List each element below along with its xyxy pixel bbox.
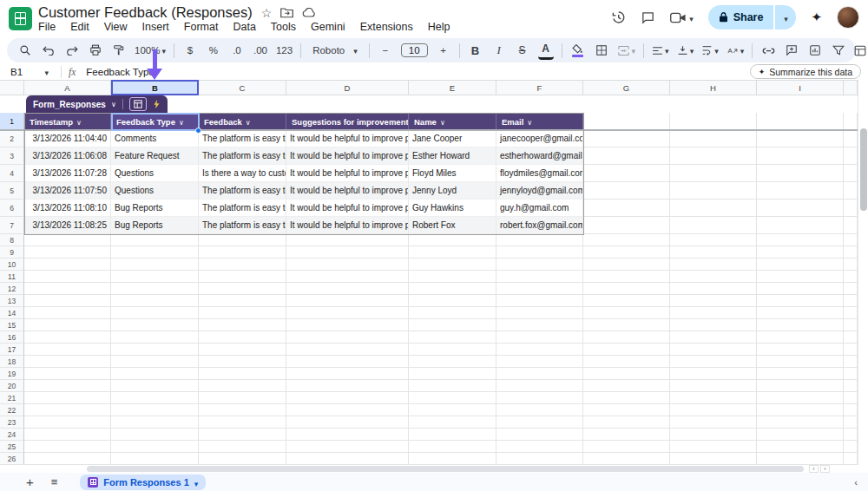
cell-A15[interactable]: [24, 319, 111, 331]
cell-G24[interactable]: [583, 429, 670, 441]
cell-F10[interactable]: [496, 259, 583, 271]
row-header-13[interactable]: 13: [0, 295, 24, 307]
cell-D22[interactable]: [286, 404, 409, 416]
cell-A13[interactable]: [24, 295, 111, 307]
cell-A6[interactable]: 3/13/2026 11:08:10: [24, 200, 111, 217]
cell-C7[interactable]: The platform is easy to u: [199, 217, 286, 234]
cell-G18[interactable]: [583, 356, 670, 368]
comment-history-icon[interactable]: [641, 10, 655, 25]
cell-x10[interactable]: [844, 259, 858, 271]
cell-A7[interactable]: 3/13/2026 11:08:25: [24, 217, 111, 234]
cell-D4[interactable]: It would be helpful to improve page: [286, 165, 409, 182]
cell-H8[interactable]: [670, 234, 757, 246]
cell-G4[interactable]: [583, 165, 670, 182]
cell-F16[interactable]: [496, 331, 583, 344]
cell-I13[interactable]: [757, 295, 844, 307]
cell-A4[interactable]: 3/13/2026 11:07:28: [24, 165, 111, 182]
cell-C5[interactable]: The platform is easy to u: [199, 182, 286, 200]
frozen-row-divider[interactable]: [0, 129, 858, 131]
cell-B20[interactable]: [111, 380, 199, 392]
cell-C4[interactable]: Is there a way to custom: [199, 165, 286, 182]
cell-I1[interactable]: [757, 113, 844, 130]
row-header-2[interactable]: 2: [0, 130, 24, 147]
select-all-corner[interactable]: [0, 80, 24, 95]
cell-A9[interactable]: [24, 246, 111, 259]
scroll-left-button[interactable]: [809, 465, 819, 473]
table-header-D1[interactable]: Suggestions for improvement: [286, 113, 409, 130]
text-rotation-button[interactable]: A: [727, 41, 745, 60]
cell-B10[interactable]: [111, 259, 199, 271]
row-header-26[interactable]: 26: [0, 453, 24, 465]
cell-x9[interactable]: [844, 246, 858, 259]
row-header-16[interactable]: 16: [0, 331, 24, 344]
cell-I17[interactable]: [757, 344, 844, 356]
row-header-3[interactable]: 3: [0, 147, 24, 165]
cell-F15[interactable]: [496, 319, 583, 331]
cell-x3[interactable]: [844, 147, 858, 165]
row-header-22[interactable]: 22: [0, 404, 24, 416]
cell-G12[interactable]: [583, 283, 670, 295]
cell-E11[interactable]: [409, 271, 496, 283]
cell-C13[interactable]: [199, 295, 286, 307]
column-header-E[interactable]: E: [409, 80, 496, 95]
cell-D12[interactable]: [286, 283, 409, 295]
cell-x12[interactable]: [844, 283, 858, 295]
cell-A2[interactable]: 3/13/2026 11:04:40: [24, 130, 111, 147]
cell-F25[interactable]: [496, 441, 583, 453]
fill-handle[interactable]: [195, 128, 201, 134]
cell-x16[interactable]: [844, 331, 858, 344]
column-header-G[interactable]: G: [583, 80, 670, 95]
cell-E7[interactable]: Robert Fox: [409, 217, 496, 234]
collapse-panel-chevron-icon[interactable]: [854, 477, 858, 488]
cell-G21[interactable]: [583, 392, 670, 404]
cell-x19[interactable]: [844, 368, 858, 380]
cell-H9[interactable]: [670, 246, 757, 259]
vertical-scrollbar-thumb[interactable]: [860, 128, 867, 211]
cell-D3[interactable]: It would be helpful to improve page: [286, 147, 409, 165]
cell-G9[interactable]: [583, 246, 670, 259]
cell-H15[interactable]: [670, 319, 757, 331]
insert-comment-button[interactable]: [784, 41, 799, 60]
cell-D25[interactable]: [286, 441, 409, 453]
row-header-19[interactable]: 19: [0, 368, 24, 380]
table-header-A1[interactable]: Timestamp: [24, 113, 111, 130]
menu-gemini[interactable]: Gemini: [311, 21, 345, 33]
cell-I2[interactable]: [757, 130, 844, 147]
vertical-scrollbar[interactable]: [858, 80, 868, 465]
cell-E15[interactable]: [409, 319, 496, 331]
cell-F20[interactable]: [496, 380, 583, 392]
cell-B8[interactable]: [111, 234, 199, 246]
cell-C14[interactable]: [199, 307, 286, 319]
cell-C15[interactable]: [199, 319, 286, 331]
insert-chart-button[interactable]: [807, 41, 823, 60]
cell-B16[interactable]: [111, 331, 199, 344]
paint-format-button[interactable]: [111, 41, 127, 60]
cell-F19[interactable]: [496, 368, 583, 380]
cell-C9[interactable]: [199, 246, 286, 259]
cell-G23[interactable]: [583, 416, 670, 429]
horizontal-scrollbar-thumb[interactable]: [87, 466, 804, 472]
cell-F21[interactable]: [496, 392, 583, 404]
cell-D5[interactable]: It would be helpful to improve page: [286, 182, 409, 200]
print-button[interactable]: [88, 41, 103, 60]
share-dropdown[interactable]: [775, 5, 796, 29]
cell-G8[interactable]: [583, 234, 670, 246]
summarize-data-button[interactable]: ✦ Summarize this data: [750, 64, 861, 79]
cell-F5[interactable]: jennyloyd@gmail.com: [496, 182, 583, 200]
cloud-status-icon[interactable]: [302, 8, 316, 18]
cell-B9[interactable]: [111, 246, 199, 259]
table-views-button[interactable]: [854, 41, 868, 60]
column-header-H[interactable]: H: [670, 80, 757, 95]
cell-F8[interactable]: [496, 234, 583, 246]
cell-E4[interactable]: Floyd Miles: [409, 165, 496, 182]
cell-H1[interactable]: [670, 113, 757, 130]
row-header-4[interactable]: 4: [0, 165, 24, 182]
horizontal-scrollbar[interactable]: [0, 465, 868, 473]
table-header-B1[interactable]: Feedback Type: [111, 113, 199, 130]
cell-G14[interactable]: [583, 307, 670, 319]
cell-A21[interactable]: [24, 392, 111, 404]
menu-format[interactable]: Format: [184, 21, 219, 33]
cell-E9[interactable]: [409, 246, 496, 259]
cell-D15[interactable]: [286, 319, 409, 331]
cell-F3[interactable]: estherhoward@gmail.com: [496, 147, 583, 165]
